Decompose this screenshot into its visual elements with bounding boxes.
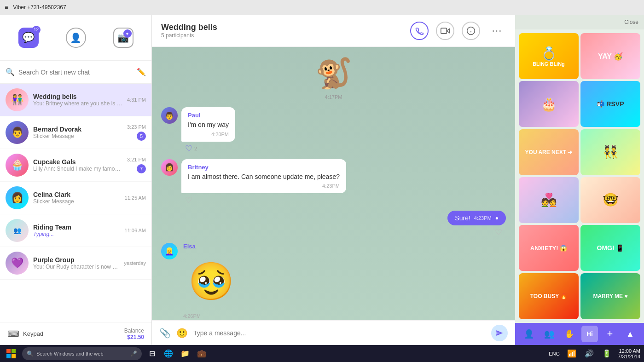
monkey-sticker: 🐒 — [315, 56, 352, 91]
chat-time: 4:31 PM — [127, 97, 146, 103]
sticker-item-12[interactable]: MARRY ME ♥ — [580, 273, 640, 319]
voice-call-button[interactable] — [410, 22, 429, 40]
chat-info-purple: Purple Group You: Our Rudy character is … — [33, 256, 119, 270]
chat-item-bernard-dvorak[interactable]: 👨 Bernard Dvorak Sticker Message 3:23 PM… — [0, 116, 151, 149]
chat-item-riding-team[interactable]: 👥 Riding Team Typing... 11:06 AM — [0, 214, 151, 247]
taskbar-folder-icon[interactable]: 📁 — [179, 347, 191, 360]
sticker-item-9[interactable]: ANXIETY! 😱 — [519, 225, 579, 271]
chats-badge: 12 — [32, 26, 41, 34]
message-reactions-paul: ♡ 2 — [181, 144, 235, 154]
info-button[interactable] — [462, 22, 480, 40]
sticker-footer-groups[interactable]: 👥 — [541, 326, 557, 342]
balance-amount: $21.50 — [124, 334, 144, 340]
stories-nav-icon[interactable]: 📷 ● — [110, 24, 137, 52]
chat-item-wedding-bells[interactable]: 👫 Wedding bells You: Britney where are y… — [0, 84, 151, 116]
sticker-item-10[interactable]: OMG! 📱 — [580, 225, 640, 271]
sidebar-nav: 💬 12 👤 📷 ● — [0, 15, 151, 61]
compose-icon[interactable]: ✏️ — [137, 68, 146, 76]
sticker-item-11[interactable]: TOO BUSY 🔥 — [519, 273, 579, 319]
taskbar-store-icon[interactable]: 💼 — [195, 347, 208, 360]
more-options-button[interactable]: ⋯ — [487, 22, 506, 40]
video-call-button[interactable] — [436, 22, 454, 40]
keypad-button[interactable]: ⌨ Keypad — [7, 329, 43, 339]
app-title: Viber +731-49502367 — [13, 4, 66, 11]
svg-rect-7 — [6, 354, 11, 358]
sidebar-footer: ⌨ Keypad Balance $21.50 — [0, 322, 151, 345]
chat-list: 👫 Wedding bells You: Britney where are y… — [0, 84, 151, 322]
sticker-footer-people[interactable]: 👤 — [521, 326, 537, 342]
system-clock[interactable]: 12:00 AM 7/31/2014 — [618, 348, 640, 359]
sticker-item-8[interactable]: 🤓 — [580, 177, 640, 223]
message-row-paul: 👨 Paul I'm on my way 4:20PM ♡ 2 — [161, 107, 235, 154]
chat-preview: You: Our Rudy character is now also turn… — [33, 264, 119, 270]
clock-date: 7/31/2014 — [618, 354, 640, 359]
sticker-panel-footer: 👤 👥 ✋ Hi + ▲ — [515, 323, 644, 345]
sticker-footer-hi[interactable]: Hi — [581, 326, 598, 342]
sticker-item-7[interactable]: 💑 — [519, 177, 579, 223]
chat-header: Wedding bells 5 participants ⋯ — [152, 15, 515, 47]
chat-name: Wedding bells — [33, 93, 122, 100]
taskbar-browser-icon[interactable]: 🌐 — [162, 347, 175, 360]
attachment-button[interactable]: 📎 — [159, 328, 171, 339]
read-indicator: ● — [495, 215, 499, 221]
chat-item-celina-clark[interactable]: 👩 Celina Clark Sticker Message 11:25 AM — [0, 182, 151, 214]
like-button-sure[interactable]: ♡ — [495, 227, 506, 237]
sure-time: 4:23PM — [474, 215, 492, 221]
sticker-item-5[interactable]: YOU ARE NEXT ➜ — [519, 129, 579, 175]
chat-area: Wedding bells 5 participants ⋯ 🐒 — [152, 15, 515, 345]
search-input[interactable] — [18, 69, 133, 76]
unread-badge: 5 — [137, 132, 146, 141]
message-row-elsa: 👱‍♀️ Elsa 🥹 4:26PM ♥ 1 — [161, 243, 241, 320]
chat-info-bernard: Bernard Dvorak Sticker Message — [33, 126, 122, 139]
emoji-button[interactable]: 🙂 — [176, 328, 188, 339]
like-button-britney[interactable]: ♡ — [185, 195, 192, 205]
message-input[interactable] — [193, 329, 486, 337]
chat-name: Celina Clark — [33, 191, 120, 198]
taskbar-multitask-icon[interactable]: ⊟ — [145, 347, 158, 360]
send-button[interactable] — [491, 325, 508, 341]
close-sticker-panel[interactable]: Close — [624, 19, 638, 25]
message-content-paul: Paul I'm on my way 4:20PM ♡ 2 — [181, 107, 235, 154]
taskbar-search[interactable]: 🔍 Search Windows and the web 🎤 — [22, 347, 142, 360]
like-button-paul[interactable]: ♡ — [185, 144, 192, 154]
taskbar-mic-icon[interactable]: 🎤 — [130, 351, 137, 357]
chats-nav-icon[interactable]: 💬 12 — [15, 24, 42, 52]
avatar-cupcake: 🧁 — [6, 154, 29, 177]
sticker-item-2[interactable]: YAY 🥳 — [580, 33, 640, 79]
taskbar-language-icon[interactable]: ENG — [548, 347, 561, 360]
taskbar-battery-icon[interactable]: 🔋 — [600, 347, 613, 360]
start-button[interactable] — [4, 346, 18, 361]
sender-name-elsa: Elsa — [181, 243, 241, 250]
keypad-icon: ⌨ — [7, 329, 19, 339]
chat-meta: 11:06 AM — [125, 228, 146, 233]
sticker-footer-hand[interactable]: ✋ — [561, 326, 578, 342]
chat-meta: 4:31 PM — [127, 97, 146, 103]
balance-label: Balance — [124, 328, 144, 334]
chat-info-cupcake: Cupcake Gals Lilly Ann: Should I make my… — [33, 158, 122, 172]
taskbar-volume-icon[interactable]: 🔊 — [583, 347, 596, 360]
search-bar: 🔍 ✏️ — [0, 61, 151, 84]
chat-time: 11:06 AM — [125, 228, 146, 233]
bubble-sure: Sure! 4:23PM ● — [447, 211, 506, 225]
chat-info-riding: Riding Team Typing... — [33, 224, 120, 237]
sticker-message-top: 🐒 4:17PM — [161, 54, 506, 102]
avatar-riding: 👥 — [6, 219, 29, 242]
sticker-item-6[interactable]: 👯 — [580, 129, 640, 175]
sticker-footer-add[interactable]: + — [602, 326, 618, 342]
chat-time: 3:23 PM — [127, 124, 146, 130]
taskbar-search-text: Search Windows and the web — [36, 351, 104, 356]
chat-preview: Sticker Message — [33, 198, 120, 205]
sticker-panel: Close 💍 BLING BLiNg YAY 🥳 🎂 📬 RSVP YOU A — [515, 15, 644, 345]
sticker-item-3[interactable]: 🎂 — [519, 81, 579, 127]
chat-time: 11:25 AM — [125, 195, 146, 201]
sticker-item-1[interactable]: 💍 BLING BLiNg — [519, 33, 579, 79]
taskbar-search-icon: 🔍 — [27, 351, 34, 357]
chat-item-cupcake-gals[interactable]: 🧁 Cupcake Gals Lilly Ann: Should I make … — [0, 149, 151, 182]
chat-header-actions: ⋯ — [410, 22, 506, 40]
contacts-nav-icon[interactable]: 👤 — [62, 24, 90, 52]
hamburger-menu[interactable]: ≡ — [5, 4, 8, 11]
chat-item-purple-group[interactable]: 💜 Purple Group You: Our Rudy character i… — [0, 247, 151, 280]
sticker-item-4[interactable]: 📬 RSVP — [580, 81, 640, 127]
taskbar-wifi-icon[interactable]: 📶 — [565, 347, 578, 360]
sticker-footer-up[interactable]: ▲ — [622, 326, 638, 342]
